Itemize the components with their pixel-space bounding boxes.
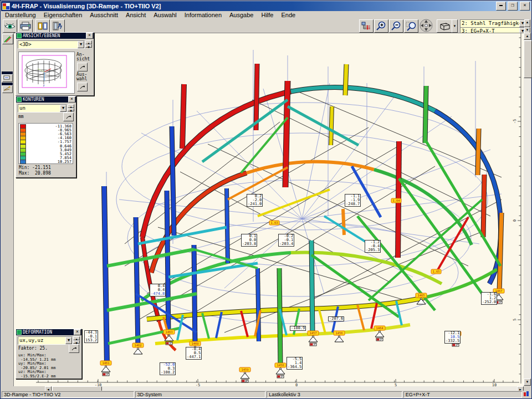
main-toolbar: ▼ 2: Stahl Tragfähigkeit (Th. 2. O ▼ 3: …: [1, 19, 531, 33]
maximize-button[interactable]: ❐: [508, 2, 518, 11]
menu-bar: DarstellungEigenschaftenAusschnittAnsich…: [1, 11, 531, 19]
menu-item-ansicht[interactable]: Ansicht: [122, 12, 150, 18]
panel-title-bar[interactable]: ANSICHT/EBENEN ×: [16, 33, 94, 39]
support-symbol: 1459: [239, 367, 250, 382]
svg-text:5: 5: [513, 319, 517, 321]
app-window: 4H-FRAP - Visualisierung [3D-Rampe - TIO…: [0, 0, 532, 399]
deformation-row: ux: Min/Max: -14.55/ 1.21 mm: [18, 354, 79, 362]
zoom-out-button[interactable]: [389, 19, 403, 33]
status-cell-1: 3D-System: [135, 391, 266, 398]
unit-label: mm: [18, 115, 24, 119]
reaction-annotation: 0.40.4-474.8: [150, 284, 166, 296]
deformation-combo[interactable]: ux,uy,uz ▼: [18, 336, 73, 345]
menu-item-hilfe[interactable]: Hilfe: [257, 12, 277, 18]
menu-item-ausschnitt[interactable]: Ausschnitt: [86, 12, 122, 18]
svg-text:1462: 1462: [134, 344, 141, 347]
svg-text:1460: 1460: [191, 342, 198, 345]
minimize-button[interactable]: [496, 2, 506, 11]
ansicht-apply-button[interactable]: [77, 63, 88, 71]
zoom-window-button[interactable]: [404, 19, 418, 33]
library-button[interactable]: [35, 19, 50, 33]
deformation-row: uz: Min/Max: -15.95/2.E-2 mm: [18, 370, 79, 378]
svg-text:1.64: 1.64: [392, 199, 400, 202]
spin-up-icon[interactable]: ▲: [524, 19, 530, 27]
view-3d-dropdown[interactable]: ▼: [452, 19, 458, 33]
edit-mode-button[interactable]: [2, 34, 13, 44]
reaction-annotation: -207.6: [328, 316, 344, 321]
support-symbol: 1457: [308, 331, 319, 346]
minimized-panel-1[interactable]: [2, 71, 13, 81]
reaction-annotation: -0.2-0.1-203.4: [278, 234, 294, 247]
svg-text:-5: -5: [513, 119, 517, 124]
print-button[interactable]: [18, 19, 33, 33]
tree-view-button[interactable]: [359, 19, 374, 33]
reaction-annotation: -44.3-0.1153.2: [84, 330, 98, 343]
close-icon[interactable]: ×: [74, 329, 81, 335]
view-thumbnail[interactable]: z: [18, 52, 75, 94]
deformation-apply-button[interactable]: [69, 344, 79, 353]
svg-text:1458: 1458: [277, 364, 284, 367]
menu-item-darstellung[interactable]: Darstellung: [1, 12, 40, 18]
chevron-down-icon[interactable]: ▼: [65, 337, 72, 344]
deformation-spinner[interactable]: ▲▼: [73, 336, 80, 344]
kontur-spinner[interactable]: ▲▼: [68, 104, 74, 111]
menu-item-eigenschaften[interactable]: Eigenschaften: [40, 12, 86, 18]
reaction-annotation: -52.00.3-108.2: [160, 362, 176, 375]
view-spinner[interactable]: ▲▼: [85, 40, 92, 48]
reaction-annotation: 0.2-2.0-241.0: [247, 194, 263, 207]
minimized-panel-2[interactable]: [2, 83, 13, 93]
vertical-scrollbar[interactable]: ▲ ▼: [524, 33, 531, 386]
scroll-up-icon[interactable]: ▲: [524, 33, 531, 40]
svg-text:1.63: 1.63: [270, 221, 278, 224]
chevron-down-icon[interactable]: ▼: [78, 41, 84, 48]
zoom-in-button[interactable]: [374, 19, 388, 33]
ansicht-label: An-sicht: [76, 53, 90, 62]
svg-text:1463: 1463: [165, 330, 172, 334]
title-bar[interactable]: 4H-FRAP - Visualisierung [3D-Rampe - TIO…: [1, 1, 531, 11]
menu-item-informationen[interactable]: Informationen: [181, 12, 226, 18]
deformation-row: uy: Min/Max: -20.85/ 2.01 mm: [18, 362, 79, 370]
svg-text:z: z: [43, 84, 44, 87]
reaction-annotation: 0.10.0-203.8: [241, 234, 257, 247]
panel-title-bar[interactable]: DEFORMATION ×: [16, 329, 81, 335]
deformation-panel[interactable]: DEFORMATION × ux,uy,uz ▼ ▲▼ Faktor: 25. …: [16, 329, 82, 379]
ansicht-ebenen-panel[interactable]: ANSICHT/EBENEN × <3D> ▼ ▲▼ z: [16, 32, 94, 96]
panel-icon: [17, 97, 22, 102]
close-icon[interactable]: ×: [86, 33, 93, 39]
svg-text:1457: 1457: [309, 331, 316, 335]
close-button[interactable]: ×: [520, 2, 530, 11]
menu-item-ende[interactable]: Ende: [277, 12, 299, 18]
menu-item-ausgabe[interactable]: Ausgabe: [226, 12, 257, 18]
contour-legend: -11.368-8.965-6.563-4.160-1.7570.6463.04…: [18, 123, 73, 164]
menu-item-auswahl[interactable]: Auswahl: [150, 12, 181, 18]
pan-control[interactable]: [419, 19, 433, 33]
vertical-scroll-thumb[interactable]: [524, 40, 532, 78]
svg-text:1461: 1461: [102, 361, 109, 365]
exit-button[interactable]: [50, 19, 65, 33]
status-icon: [523, 391, 530, 398]
scroll-down-icon[interactable]: ▼: [524, 378, 531, 386]
panel-title: KONTUREN: [23, 96, 67, 103]
loadcase-group-combo[interactable]: 2: Stahl Tragfähigkeit (Th. 2. O ▼: [460, 19, 526, 28]
view-settings-button[interactable]: [3, 19, 17, 33]
window-title: 4H-FRAP - Visualisierung [3D-Rampe - TIO…: [12, 3, 494, 9]
kontur-apply-button[interactable]: [63, 112, 74, 121]
close-icon[interactable]: ×: [68, 96, 75, 103]
legend-row: 10.257: [20, 160, 71, 164]
panel-icon: [17, 330, 22, 335]
svg-text:1456: 1456: [335, 331, 342, 335]
panel-icon: [17, 33, 22, 38]
chevron-down-icon[interactable]: ▼: [60, 105, 66, 112]
auswahl-apply-button[interactable]: [77, 83, 88, 91]
reaction-annotation: -1.2-0.4-205.3: [365, 240, 381, 253]
panel-title-bar[interactable]: KONTUREN ×: [16, 96, 76, 103]
left-toolbar: [1, 33, 13, 384]
loadcase-spinner[interactable]: ▲ ▼: [524, 19, 530, 34]
konturen-panel[interactable]: KONTUREN × un ▼ ▲▼ mm -11.368-8.965-6.56…: [16, 96, 76, 178]
view-3d-box-button[interactable]: [437, 19, 452, 33]
svg-text:1465: 1465: [417, 294, 424, 297]
support-symbol: 1458: [275, 363, 286, 378]
status-cell-0: 3D-Rampe - TIO+TIIO V2: [2, 391, 134, 398]
kontur-type-combo[interactable]: un ▼: [18, 104, 67, 112]
view-mode-combo[interactable]: <3D> ▼: [18, 40, 85, 49]
